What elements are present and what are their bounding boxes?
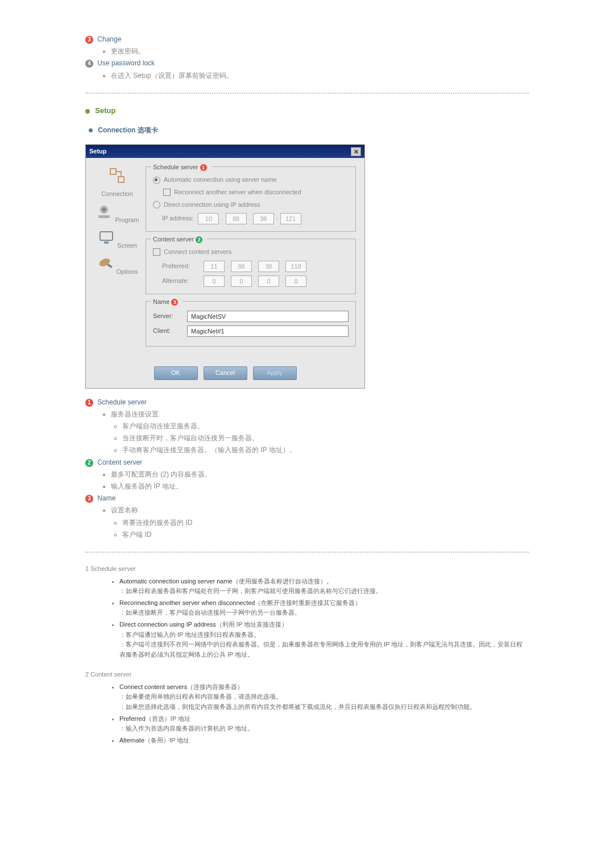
- badge-4-icon: 4: [85, 60, 93, 68]
- close-button[interactable]: ✕: [351, 147, 361, 156]
- radio-icon: [153, 177, 160, 184]
- expl-nb: 客户端 ID: [122, 529, 529, 540]
- alt-ip-3[interactable]: 0: [258, 276, 279, 287]
- expl-content: 2 Content server 最多可配置两台 (2) 内容服务器。 输入服务…: [85, 457, 529, 493]
- appendix-h1: 1 Schedule server: [85, 564, 529, 574]
- pref-ip-2[interactable]: 88: [231, 261, 252, 272]
- setup-heading: Setup: [85, 105, 529, 117]
- lock-desc-list: 在进入 Setup（设置）屏幕前验证密码。: [85, 70, 529, 81]
- ap-a2: Reconnecting another server when disconn…: [119, 598, 529, 618]
- change-title: Change: [97, 35, 121, 43]
- sidebar-label: Options: [117, 268, 138, 275]
- expl-schedule: 1 Schedule server 服务器连接设置 客户端自动连接至服务器。 当…: [85, 397, 529, 456]
- separator: [85, 552, 529, 553]
- expl-schedule-head: 服务器连接设置: [111, 409, 529, 420]
- setup-sidebar: Connection Program Screen Options: [94, 166, 140, 353]
- name-legend: Name 3: [151, 297, 182, 307]
- item-lock: 4 Use password lock 在进入 Setup（设置）屏幕前验证密码…: [85, 58, 529, 81]
- connect-content-option[interactable]: Connect content servers: [153, 247, 349, 257]
- server-name-input[interactable]: MagicNetSV: [187, 311, 349, 322]
- svg-rect-8: [106, 263, 112, 268]
- alt-ip-1[interactable]: 0: [204, 276, 225, 287]
- expl-c: 手动将客户端连接至服务器。（输入服务器的 IP 地址）。: [122, 445, 529, 456]
- badge-3-icon: 3: [85, 36, 93, 44]
- change-desc: 更改密码。: [111, 46, 529, 57]
- sidebar-label: Connection: [101, 190, 133, 197]
- checkbox-icon: [163, 189, 171, 196]
- preferred-label: Preferred:: [162, 261, 199, 272]
- client-label: Client:: [153, 326, 187, 336]
- setup-title: Setup: [95, 106, 115, 115]
- direct-connection-option[interactable]: Direct connection using IP address: [153, 200, 349, 210]
- content-legend: Content server 2: [151, 235, 207, 245]
- preferred-row: Preferred: 11. 88. 38. 118: [162, 261, 349, 272]
- setup-window: Setup ✕ Connection Program Screen Option…: [85, 144, 365, 389]
- connection-icon: [108, 166, 126, 185]
- expl-name-head: 设置名称: [111, 505, 529, 516]
- bullet-icon: [85, 109, 90, 114]
- schedule-server-group: Schedule server 1 Automatic connection u…: [146, 166, 356, 232]
- badge-2-icon: 2: [85, 459, 93, 467]
- ap-b2: Preferred（首选）IP 地址：输入作为首选内容服务器的计算机的 IP 地…: [119, 714, 529, 734]
- expl-content-title: Content server: [97, 458, 142, 466]
- apply-button[interactable]: Apply: [253, 366, 297, 380]
- server-label: Server:: [153, 311, 187, 322]
- ap-a3: Direct connection using IP address（利用 IP…: [119, 620, 529, 660]
- button-row: OK Cancel Apply: [86, 362, 364, 388]
- alt-ip-4[interactable]: 0: [285, 276, 306, 287]
- appendix: 1 Schedule server Automatic connection u…: [85, 564, 529, 746]
- screen-icon: [97, 228, 115, 247]
- ip-octet-4[interactable]: 121: [280, 213, 301, 224]
- badge-3-icon: 3: [85, 495, 93, 503]
- sidebar-item-screen[interactable]: Screen: [97, 228, 137, 251]
- name-group: Name 3 Server: MagicNetSV Client: MagicN…: [146, 301, 356, 347]
- sidebar-item-program[interactable]: Program: [95, 203, 139, 226]
- appendix-h2: 2 Content server: [85, 670, 529, 680]
- server-name-row: Server: MagicNetSV: [153, 311, 349, 322]
- ip-octet-1[interactable]: 10: [198, 213, 219, 224]
- radio-icon: [153, 201, 160, 208]
- expl-a: 客户端自动连接至服务器。: [122, 421, 529, 432]
- expl-b: 当连接断开时，客户端自动连接另一服务器。: [122, 433, 529, 444]
- pref-ip-4[interactable]: 118: [285, 261, 306, 272]
- reconnect-option[interactable]: Reconnect another server when disconnect…: [163, 187, 349, 198]
- content-server-group: Content server 2 Connect content servers…: [146, 239, 356, 294]
- item-change: 3 Change 更改密码。: [85, 34, 529, 57]
- window-titlebar: Setup ✕: [86, 145, 364, 158]
- client-name-row: Client: MagicNet#1: [153, 326, 349, 337]
- connection-tab-title: Connection 选项卡: [98, 126, 157, 134]
- sidebar-label: Screen: [117, 242, 137, 249]
- schedule-legend: Schedule server 1: [151, 162, 211, 173]
- svg-rect-1: [118, 177, 124, 182]
- change-desc-list: 更改密码。: [85, 46, 529, 57]
- pref-ip-1[interactable]: 11: [204, 261, 225, 272]
- auto-connection-option[interactable]: Automatic connection using server name: [153, 175, 349, 185]
- badge-1-icon: 1: [85, 399, 93, 407]
- badge-1-icon: 1: [200, 164, 207, 171]
- cancel-button[interactable]: Cancel: [204, 366, 247, 380]
- client-name-input[interactable]: MagicNet#1: [187, 326, 349, 337]
- pref-ip-3[interactable]: 38: [258, 261, 279, 272]
- sidebar-label: Program: [115, 216, 139, 223]
- alternate-row: Alternate: 0. 0. 0. 0: [162, 276, 349, 287]
- sidebar-item-connection[interactable]: Connection: [94, 166, 140, 199]
- separator: [85, 93, 529, 94]
- ap-b1: Connect content servers（连接内容服务器）：如果要使用单独…: [119, 682, 529, 712]
- alt-ip-2[interactable]: 0: [231, 276, 252, 287]
- expl-schedule-title: Schedule server: [97, 398, 147, 406]
- checkbox-icon: [153, 248, 160, 256]
- expl-name-title: Name: [97, 494, 115, 502]
- svg-rect-0: [110, 169, 116, 174]
- ip-octet-3[interactable]: 38: [253, 213, 274, 224]
- svg-rect-4: [98, 215, 110, 218]
- expl-cb: 输入服务器的 IP 地址。: [111, 481, 529, 492]
- badge-3-icon: 3: [171, 299, 178, 306]
- lock-desc: 在进入 Setup（设置）屏幕前验证密码。: [111, 70, 529, 81]
- svg-point-3: [102, 208, 106, 211]
- ok-button[interactable]: OK: [154, 366, 198, 380]
- lock-title: Use password lock: [97, 59, 155, 67]
- svg-rect-6: [104, 241, 109, 244]
- sidebar-item-options[interactable]: Options: [97, 254, 138, 277]
- ip-address-row: IP address: 10. 88. 38. 121: [162, 213, 349, 224]
- ip-octet-2[interactable]: 88: [226, 213, 247, 224]
